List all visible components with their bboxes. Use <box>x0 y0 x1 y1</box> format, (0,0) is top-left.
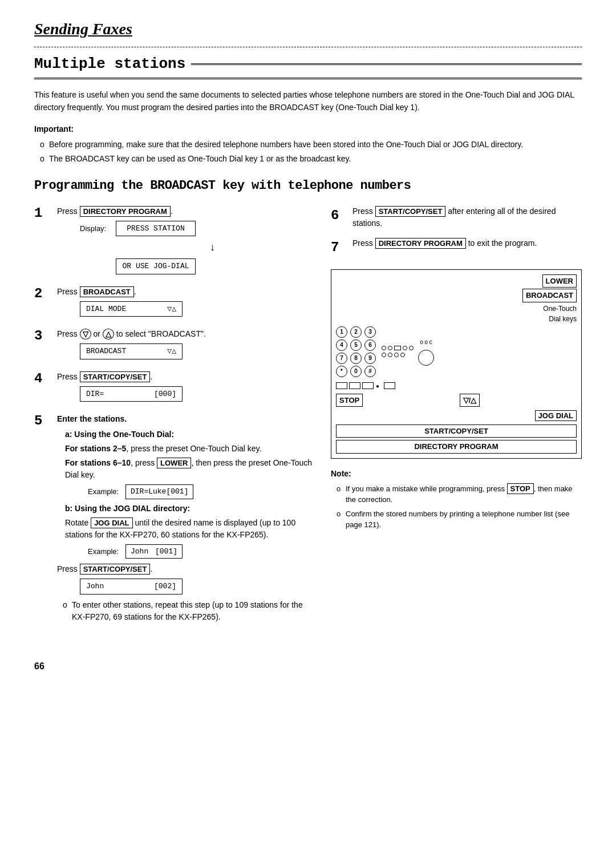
step-5-press: Press START/COPY/SET. <box>57 563 314 575</box>
important-label: Important: <box>34 123 582 135</box>
step-3: 3 Press ▽ or △ to select "BROADCAST". BR… <box>34 328 314 363</box>
step-6-text: Press START/COPY/SET after entering all … <box>352 205 582 229</box>
display-screen-4: DIR= [000] <box>80 386 183 402</box>
step-5: 5 Enter the stations. a: Using the One-T… <box>34 413 314 634</box>
step-6-number: 6 <box>331 205 347 226</box>
dot-indicator: ● <box>376 382 379 390</box>
sub-heading: Programming the BROADCAST key with telep… <box>34 176 582 195</box>
side-controls <box>382 326 414 377</box>
btn-small-2[interactable] <box>349 382 360 389</box>
directory-program-key-1[interactable]: DIRECTORY PROGRAM <box>80 206 171 217</box>
key-9[interactable]: 9 <box>364 353 376 364</box>
left-column: 1 Press DIRECTORY PROGRAM. Display: PRES… <box>34 205 314 642</box>
note-item-2: Confirm the stored numbers by printing a… <box>337 508 582 531</box>
step-5a-text2: For stations 6–10, press LOWER, then pre… <box>65 457 314 481</box>
dot-4 <box>409 346 414 350</box>
key-7[interactable]: 7 <box>336 353 347 364</box>
step-5b-text: Rotate JOG DIAL until the desired name i… <box>65 517 314 541</box>
bullet-item: The BROADCAST key can be used as One-Tou… <box>40 153 582 165</box>
dot-3 <box>403 346 407 350</box>
dir-program-label: DIRECTORY PROGRAM <box>336 440 577 454</box>
step-1-content: Press DIRECTORY PROGRAM. Display: PRESS … <box>57 205 314 278</box>
step-2-display: DIAL MODE ▽△ <box>80 301 314 317</box>
intro-text: This feature is useful when you send the… <box>34 88 582 114</box>
key-8[interactable]: 8 <box>350 353 362 364</box>
step-5b-label: b: Using the JOG DIAL directory: <box>65 503 314 515</box>
key-5[interactable]: 5 <box>350 339 362 351</box>
key-6[interactable]: 6 <box>364 339 376 351</box>
step-4-content: Press START/COPY/SET. DIR= [000] <box>57 371 314 406</box>
start-copy-set-key-6[interactable]: START/COPY/SET <box>375 206 446 217</box>
stop-button[interactable]: STOP <box>336 394 363 407</box>
step-3-number: 3 <box>34 328 50 345</box>
keypad-grid: 1 2 3 4 5 6 7 8 9 * 0 # <box>336 326 377 377</box>
step-3-display: BROADCAST ▽△ <box>80 343 314 359</box>
page-number: 66 <box>34 660 582 673</box>
page-title: Sending Faxes <box>34 17 582 41</box>
step-5b: b: Using the JOG DIAL directory: Rotate … <box>65 503 314 559</box>
btn-small-4[interactable] <box>384 382 395 389</box>
step-4-text: Press START/COPY/SET. <box>57 371 314 383</box>
right-steps: 6 Press START/COPY/SET after entering al… <box>331 205 582 258</box>
section-title: Multiple stations <box>34 53 582 79</box>
step-5b-example: Example: John [001] <box>88 544 314 559</box>
bottom-buttons: STOP ▽/△ <box>336 394 577 407</box>
display-screen-1b: OR USE JOG-DIAL <box>116 258 196 274</box>
start-copy-set-key-4[interactable]: START/COPY/SET <box>80 371 151 382</box>
display-screen-5: John [002] <box>80 579 183 595</box>
step-5a-text1: For stations 2–5, press the preset One-T… <box>65 443 314 455</box>
note-section: Note: If you make a mistake while progra… <box>331 468 582 531</box>
nav-button[interactable]: ▽/△ <box>460 394 480 407</box>
key-2[interactable]: 2 <box>350 326 362 338</box>
jog-dial-key[interactable]: JOG DIAL <box>91 517 132 528</box>
step-3-text: Press ▽ or △ to select "BROADCAST". <box>57 328 314 340</box>
btn-small-3[interactable] <box>362 382 374 389</box>
dot-2 <box>388 346 392 350</box>
arrow-down: ↓ <box>111 240 314 255</box>
display-label-1: Display: <box>80 223 111 234</box>
example-screen-b: John [001] <box>125 544 183 559</box>
key-1[interactable]: 1 <box>336 326 347 338</box>
jog-dial-circle[interactable] <box>418 350 434 366</box>
key-3[interactable]: 3 <box>364 326 376 338</box>
key-0[interactable]: 0 <box>350 366 362 377</box>
step-1-display-row: Display: PRESS STATION <box>80 221 314 237</box>
dot-row-1 <box>382 346 414 350</box>
step-6: 6 Press START/COPY/SET after entering al… <box>331 205 582 229</box>
key-hash[interactable]: # <box>364 366 376 377</box>
note-label: Note: <box>331 468 582 480</box>
nav-arrows-3: ▽△ <box>167 346 176 357</box>
o-labels: o o c <box>418 338 434 346</box>
dot-5 <box>382 353 386 357</box>
keypad-area: 1 2 3 4 5 6 7 8 9 * 0 # <box>336 326 577 377</box>
step-4-display: DIR= [000] <box>80 386 314 402</box>
nav-up-key[interactable]: △ <box>103 329 114 339</box>
stop-key-note[interactable]: STOP <box>507 483 534 494</box>
broadcast-key[interactable]: BROADCAST <box>80 286 134 297</box>
key-star[interactable]: * <box>336 366 347 377</box>
key-4[interactable]: 4 <box>336 339 347 351</box>
lower-key[interactable]: LOWER <box>157 458 191 468</box>
directory-program-key-7[interactable]: DIRECTORY PROGRAM <box>375 238 466 249</box>
display-screen-1: PRESS STATION <box>116 221 196 237</box>
step-1: 1 Press DIRECTORY PROGRAM. Display: PRES… <box>34 205 314 278</box>
step-7-number: 7 <box>331 237 347 258</box>
step-3-content: Press ▽ or △ to select "BROADCAST". BROA… <box>57 328 314 363</box>
display-screen-2: DIAL MODE ▽△ <box>80 301 183 317</box>
start-copy-set-key-5[interactable]: START/COPY/SET <box>80 564 151 575</box>
bullet-item: Before programming, make sure that the d… <box>40 139 582 151</box>
step-5-second-display: John [002] <box>80 579 314 595</box>
step-5a-example: Example: DIR=Luke [001] <box>88 484 314 499</box>
step-5a: a: Using the One-Touch Dial: For station… <box>65 428 314 499</box>
nav-down-key[interactable]: ▽ <box>80 329 91 339</box>
example-label-a: Example: <box>88 486 122 498</box>
btn-small-1[interactable] <box>336 382 347 389</box>
lower-label: LOWER <box>542 274 577 288</box>
step-7-text: Press DIRECTORY PROGRAM to exit the prog… <box>352 237 582 249</box>
step-7: 7 Press DIRECTORY PROGRAM to exit the pr… <box>331 237 582 258</box>
right-controls: o o c <box>418 326 434 377</box>
jog-dial-label-box: JOG DIAL <box>535 410 577 421</box>
step-4: 4 Press START/COPY/SET. DIR= [000] <box>34 371 314 406</box>
one-touch-label: One-Touch Dial keys <box>336 304 577 324</box>
start-copy-set-label: START/COPY/SET <box>336 424 577 438</box>
